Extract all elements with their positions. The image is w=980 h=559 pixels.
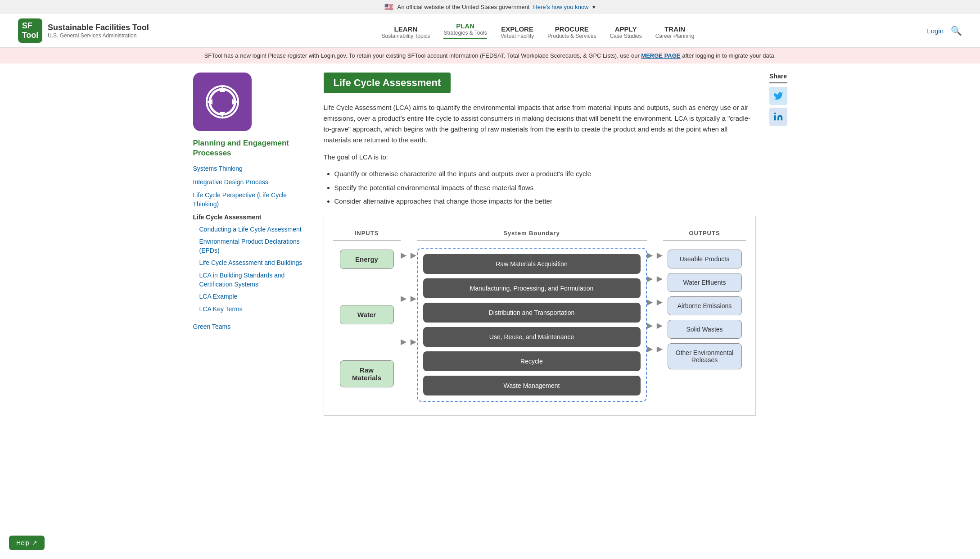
lca-diagram: INPUTS Energy Water Raw Materials xyxy=(324,216,756,416)
output-box-useable: Useable Products xyxy=(668,250,742,268)
sidebar-active-item: Life Cycle Assessment xyxy=(193,214,310,221)
sidebar-link-lca-buildings[interactable]: Life Cycle Assessment and Buildings xyxy=(199,259,303,266)
system-box-recycle: Recycle xyxy=(423,351,641,371)
sidebar-link-integrative-design[interactable]: Integrative Design Process xyxy=(193,178,268,186)
arrow-system-solid: ►► xyxy=(645,320,665,332)
sidebar-section-title: Planning and Engagement Processes xyxy=(193,138,310,158)
nav-item-apply[interactable]: APPLY Case Studies xyxy=(610,25,641,39)
input-box-raw-materials: Raw Materials xyxy=(340,360,394,387)
dropdown-arrow-icon[interactable]: ▾ xyxy=(592,4,596,10)
nav-sub-train: Career Planning xyxy=(655,33,695,39)
nav-label-plan: PLAN xyxy=(443,22,487,30)
system-box-raw-materials: Raw Materials Acquisition xyxy=(423,254,641,274)
output-box-water: Water Effluents xyxy=(668,273,742,292)
gov-banner-text: An official website of the United States… xyxy=(397,4,529,10)
bullet-1: Quantify or otherwise characterize all t… xyxy=(334,169,756,179)
sidebar-link-lca-key-terms[interactable]: LCA Key Terms xyxy=(199,305,243,313)
bullet-2: Specify the potential environmental impa… xyxy=(334,183,756,193)
sidebar-nav: Systems Thinking Integrative Design Proc… xyxy=(193,164,310,332)
sidebar: Planning and Engagement Processes System… xyxy=(193,73,310,416)
nav-item-plan[interactable]: PLAN Strategies & Tools xyxy=(443,22,487,39)
outputs-column: OUTPUTS Useable Products Water Effluents… xyxy=(663,230,746,369)
alert-bar: SFTool has a new login! Please register … xyxy=(0,48,980,64)
nav-sub-explore: Virtual Facility xyxy=(501,33,534,39)
nav-label-learn: LEARN xyxy=(382,25,430,33)
system-box-manufacturing: Manufacturing, Processing, and Formulati… xyxy=(423,278,641,298)
how-you-know-link[interactable]: Here's how you know xyxy=(533,4,588,10)
site-name: Sustainable Facilities Tool xyxy=(48,23,149,32)
logo-icon: SFTool xyxy=(18,18,42,43)
alert-text: SFTool has a new login! Please register … xyxy=(204,52,640,59)
arrow-system-water: ►► xyxy=(645,273,665,285)
header-right: Login 🔍 xyxy=(927,25,962,36)
nav-item-learn[interactable]: LEARN Sustainability Topics xyxy=(382,25,430,39)
system-boundary-box: Raw Materials Acquisition Manufacturing,… xyxy=(417,248,647,402)
nav-sub-procure: Products & Services xyxy=(547,33,596,39)
share-area: Share xyxy=(769,73,787,128)
share-label: Share xyxy=(769,73,787,80)
nav-item-explore[interactable]: EXPLORE Virtual Facility xyxy=(501,25,534,39)
flag-icon: 🇺🇸 xyxy=(384,3,393,11)
content-wrapper: Share Life Cycle Assessment Life Cycle A… xyxy=(324,73,787,416)
nav-sub-learn: Sustainability Topics xyxy=(382,33,430,39)
nav-label-procure: PROCURE xyxy=(547,25,596,33)
svg-point-5 xyxy=(774,113,776,114)
arrow-system-useable: ►► xyxy=(645,250,665,261)
system-box-use-reuse: Use, Reuse, and Maintenance xyxy=(423,327,641,347)
arrow-water-system: ►► xyxy=(399,293,419,304)
arrow-energy-system: ►► xyxy=(399,250,419,261)
system-header: System Boundary xyxy=(417,230,647,241)
input-box-water: Water xyxy=(340,305,394,324)
outputs-header: OUTPUTS xyxy=(663,230,746,241)
nav-label-train: TRAIN xyxy=(655,25,695,33)
sidebar-link-conducting[interactable]: Conducting a Life Cycle Assessment xyxy=(199,226,302,233)
nav-label-apply: APPLY xyxy=(610,25,641,33)
page-title: Life Cycle Assessment xyxy=(324,73,451,93)
site-header: SFTool Sustainable Facilities Tool U.S. … xyxy=(0,14,980,48)
sidebar-link-epds[interactable]: Environmental Product Declarations (EPDs… xyxy=(199,238,300,254)
logo-area: SFTool Sustainable Facilities Tool U.S. … xyxy=(18,18,149,43)
output-box-other: Other Environmental Releases xyxy=(668,343,742,369)
main-nav: LEARN Sustainability Topics PLAN Strateg… xyxy=(149,22,927,39)
sidebar-link-life-cycle-perspective[interactable]: Life Cycle Perspective (Life Cycle Think… xyxy=(193,191,287,208)
system-box-waste: Waste Management xyxy=(423,376,641,395)
output-box-airborne: Airborne Emissions xyxy=(668,296,742,315)
nav-label-explore: EXPLORE xyxy=(501,25,534,33)
main-layout: Planning and Engagement Processes System… xyxy=(175,64,805,425)
inputs-header: INPUTS xyxy=(333,230,401,241)
sidebar-icon xyxy=(193,73,252,131)
content-area: Share Life Cycle Assessment Life Cycle A… xyxy=(324,73,787,416)
arrow-system-airborne: ►► xyxy=(645,296,665,308)
nav-sub-apply: Case Studies xyxy=(610,33,641,39)
login-link[interactable]: Login xyxy=(927,27,944,35)
merge-page-link[interactable]: MERGE PAGE xyxy=(641,52,680,59)
system-box-distribution: Distribution and Transportation xyxy=(423,303,641,323)
site-sub: U.S. General Services Administration xyxy=(48,32,149,39)
intro-paragraph: Life Cycle Assessment (LCA) aims to quan… xyxy=(324,102,756,145)
diagram-full: INPUTS Energy Water Raw Materials xyxy=(333,230,746,402)
inputs-column: INPUTS Energy Water Raw Materials xyxy=(333,230,401,387)
linkedin-share-button[interactable] xyxy=(769,108,787,126)
input-box-energy: Energy xyxy=(340,250,394,269)
arrow-rawmat-system: ►► xyxy=(399,336,419,348)
sidebar-link-systems-thinking[interactable]: Systems Thinking xyxy=(193,165,243,172)
nav-item-procure[interactable]: PROCURE Products & Services xyxy=(547,25,596,39)
bullet-3: Consider alternative approaches that cha… xyxy=(334,196,756,207)
output-box-solid: Solid Wastes xyxy=(668,320,742,339)
sidebar-link-green-teams[interactable]: Green Teams xyxy=(193,323,231,330)
twitter-share-button[interactable] xyxy=(769,87,787,105)
sidebar-link-lca-standards[interactable]: LCA in Building Standards and Certificat… xyxy=(199,272,285,288)
sidebar-sub-nav: Conducting a Life Cycle Assessment Envir… xyxy=(199,225,310,314)
goal-label: The goal of LCA is to: xyxy=(324,152,756,163)
system-column: System Boundary Raw Materials Acquisitio… xyxy=(417,230,647,402)
gov-banner: 🇺🇸 An official website of the United Sta… xyxy=(0,0,980,14)
content-bullets: Quantify or otherwise characterize all t… xyxy=(334,169,756,207)
search-icon[interactable]: 🔍 xyxy=(951,25,962,36)
alert-text-after: after logging in to migrate your data. xyxy=(682,52,776,59)
arrow-system-other: ►► xyxy=(645,343,665,355)
nav-item-train[interactable]: TRAIN Career Planning xyxy=(655,25,695,39)
sidebar-link-lca-example[interactable]: LCA Example xyxy=(199,293,238,300)
nav-sub-plan: Strategies & Tools xyxy=(443,30,487,36)
